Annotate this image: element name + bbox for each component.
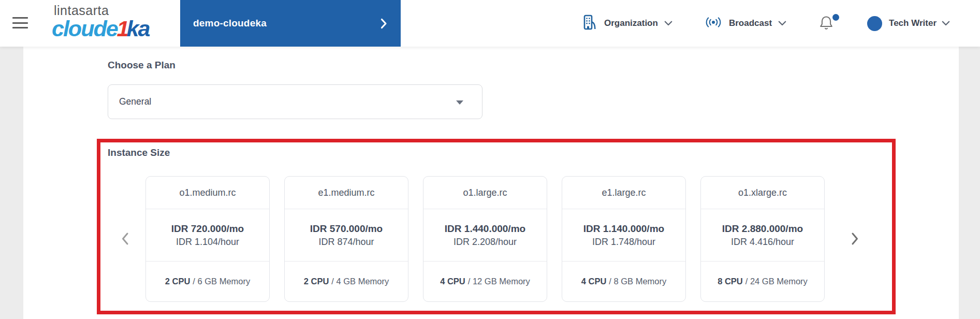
instance-specs: 2 CPU / 6 GB Memory <box>146 262 269 301</box>
instance-card[interactable]: e1.medium.rc IDR 570.000/mo IDR 874/hour… <box>284 176 408 302</box>
spec-memory: / 12 GB Memory <box>468 277 530 286</box>
instance-specs: 2 CPU / 4 GB Memory <box>285 262 408 301</box>
chevron-down-icon <box>942 19 950 28</box>
price-monthly: IDR 720.000/mo <box>171 222 244 236</box>
instance-size-title: Instance Size <box>108 147 170 158</box>
broadcast-label: Broadcast <box>729 18 772 28</box>
carousel-prev-button[interactable] <box>121 232 129 248</box>
instance-name: o1.xlarge.rc <box>701 177 824 209</box>
instance-pricing: IDR 570.000/mo IDR 874/hour <box>285 209 408 262</box>
spec-memory: / 6 GB Memory <box>193 277 250 286</box>
plan-select-value: General <box>108 96 151 107</box>
instance-card[interactable]: e1.large.rc IDR 1.140.000/mo IDR 1.748/h… <box>562 176 686 302</box>
instance-name: o1.medium.rc <box>146 177 269 209</box>
brand-logo: lintasarta cloude1ka <box>52 4 149 40</box>
project-selector[interactable]: demo-cloudeka <box>180 0 401 47</box>
organization-label: Organization <box>604 18 658 28</box>
spec-memory: / 24 GB Memory <box>745 277 808 286</box>
logo-cloudeka: cloude1ka <box>52 18 149 40</box>
spec-cpu: 4 CPU <box>581 277 607 286</box>
price-monthly: IDR 570.000/mo <box>310 222 383 236</box>
price-hourly: IDR 4.416/hour <box>731 236 794 249</box>
broadcast-icon <box>705 16 722 31</box>
price-monthly: IDR 1.140.000/mo <box>583 222 664 236</box>
price-hourly: IDR 1.104/hour <box>176 236 239 249</box>
building-icon <box>582 14 597 33</box>
instance-pricing: IDR 720.000/mo IDR 1.104/hour <box>146 209 269 262</box>
main-panel: Choose a Plan General Instance Size o1.m… <box>23 47 959 319</box>
avatar <box>867 16 882 31</box>
carousel-next-button[interactable] <box>851 232 859 248</box>
instance-card[interactable]: o1.xlarge.rc IDR 2.880.000/mo IDR 4.416/… <box>700 176 825 302</box>
notification-badge <box>832 14 839 21</box>
instance-pricing: IDR 2.880.000/mo IDR 4.416/hour <box>701 209 824 262</box>
instance-name: e1.large.rc <box>562 177 685 209</box>
instance-specs: 4 CPU / 12 GB Memory <box>423 262 547 301</box>
spec-memory: / 4 GB Memory <box>331 277 389 286</box>
spec-memory: / 8 GB Memory <box>609 277 666 286</box>
price-hourly: IDR 1.748/hour <box>592 236 655 249</box>
notifications-button[interactable] <box>819 15 835 32</box>
chevron-down-icon <box>664 19 672 28</box>
plan-select[interactable]: General <box>108 84 482 119</box>
header-actions: Organization Broadcast <box>582 0 950 47</box>
price-hourly: IDR 2.208/hour <box>454 236 517 249</box>
instance-pricing: IDR 1.140.000/mo IDR 1.748/hour <box>562 209 685 262</box>
broadcast-menu[interactable]: Broadcast <box>705 16 786 31</box>
instance-card-list: o1.medium.rc IDR 720.000/mo IDR 1.104/ho… <box>145 176 825 302</box>
user-name: Tech Writer <box>889 18 937 28</box>
chevron-down-icon <box>778 19 786 28</box>
price-monthly: IDR 1.440.000/mo <box>445 222 525 236</box>
chevron-right-icon <box>381 18 387 31</box>
spec-cpu: 4 CPU <box>440 277 465 286</box>
bell-icon <box>819 24 833 33</box>
menu-icon[interactable] <box>12 17 28 28</box>
project-name: demo-cloudeka <box>180 18 267 29</box>
price-hourly: IDR 874/hour <box>318 236 374 249</box>
instance-specs: 4 CPU / 8 GB Memory <box>562 262 685 301</box>
instance-pricing: IDR 1.440.000/mo IDR 2.208/hour <box>423 209 547 262</box>
instance-name: o1.large.rc <box>423 177 547 209</box>
instance-specs: 8 CPU / 24 GB Memory <box>701 262 824 301</box>
choose-plan-label: Choose a Plan <box>108 60 175 71</box>
app-header: lintasarta cloude1ka demo-cloudeka <box>0 0 980 47</box>
price-monthly: IDR 2.880.000/mo <box>722 222 803 236</box>
spec-cpu: 8 CPU <box>718 277 743 286</box>
organization-menu[interactable]: Organization <box>582 14 672 33</box>
user-menu[interactable]: Tech Writer <box>867 16 950 31</box>
instance-name: e1.medium.rc <box>285 177 408 209</box>
instance-card[interactable]: o1.medium.rc IDR 720.000/mo IDR 1.104/ho… <box>145 176 270 302</box>
spec-cpu: 2 CPU <box>165 277 191 286</box>
instance-size-section: Instance Size o1.medium.rc IDR 720.000/m… <box>97 139 896 314</box>
logo-lintasarta: lintasarta <box>52 4 149 17</box>
spec-cpu: 2 CPU <box>304 277 329 286</box>
instance-card[interactable]: o1.large.rc IDR 1.440.000/mo IDR 2.208/h… <box>423 176 547 302</box>
caret-down-icon <box>456 100 463 105</box>
